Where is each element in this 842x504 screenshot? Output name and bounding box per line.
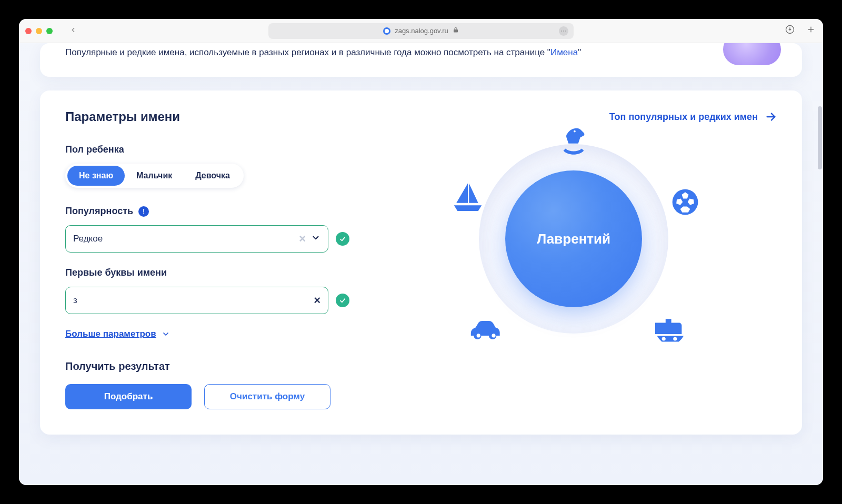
form-card: Параметры имени Топ популярных и редких …	[40, 90, 802, 435]
soccer-ball-icon	[669, 186, 701, 218]
form-title: Параметры имени	[65, 109, 180, 124]
banner-names-link[interactable]: Имена	[550, 47, 578, 57]
clear-form-button[interactable]: Очистить форму	[204, 384, 330, 409]
page-content: Популярные и редкие имена, используемые …	[19, 43, 823, 485]
zoom-window-button[interactable]	[46, 28, 53, 34]
back-button[interactable]	[69, 25, 77, 36]
info-icon[interactable]: !	[138, 206, 149, 217]
gender-label: Пол ребенка	[65, 144, 349, 155]
address-bar[interactable]: zags.nalog.gov.ru ⋯	[268, 23, 574, 39]
first-letters-label: Первые буквы имени	[65, 267, 349, 278]
gender-option-unknown[interactable]: Не знаю	[67, 166, 125, 186]
rocking-horse-icon	[557, 124, 590, 157]
popularity-label: Популярность !	[65, 206, 349, 217]
popularity-select[interactable]: Редкое ×	[65, 225, 328, 253]
gender-option-boy[interactable]: Мальчик	[125, 166, 184, 186]
site-settings-button[interactable]: ⋯	[559, 26, 568, 36]
lock-icon	[453, 27, 459, 35]
popularity-clear-button[interactable]: ×	[299, 232, 306, 246]
suggested-name: Лаврентий	[537, 231, 610, 247]
close-window-button[interactable]	[25, 28, 32, 34]
address-url: zags.nalog.gov.ru	[395, 27, 448, 35]
gender-option-girl[interactable]: Девочка	[184, 166, 242, 186]
submit-button[interactable]: Подобрать	[65, 384, 192, 409]
top-names-link[interactable]: Топ популярных и редких имен	[609, 111, 777, 123]
favicon-icon	[383, 27, 390, 35]
check-icon	[336, 232, 349, 246]
banner-illustration	[723, 43, 781, 65]
banner-card: Популярные и редкие имена, используемые …	[40, 43, 802, 77]
first-letters-input[interactable]	[73, 295, 308, 306]
name-wheel: Лаврентий	[453, 134, 695, 344]
minimize-window-button[interactable]	[36, 28, 42, 34]
banner-text: Популярные и редкие имена, используемые …	[65, 47, 777, 58]
window-controls	[25, 28, 53, 34]
more-params-toggle[interactable]: Больше параметров	[65, 329, 349, 339]
downloads-button[interactable]	[785, 25, 795, 37]
vertical-scrollbar[interactable]	[818, 106, 822, 169]
chevron-down-icon[interactable]	[311, 233, 320, 245]
gender-segmented: Не знаю Мальчик Девочка	[65, 164, 244, 188]
browser-toolbar: zags.nalog.gov.ru ⋯	[19, 19, 823, 43]
chevron-down-icon	[162, 330, 170, 338]
first-letters-clear-button[interactable]: ×	[314, 294, 320, 307]
result-section-title: Получить результат	[65, 360, 349, 372]
first-letters-field: ×	[65, 287, 328, 314]
sailboat-icon	[449, 180, 486, 217]
top-names-link-label: Топ популярных и редких имен	[609, 112, 758, 123]
arrow-right-icon	[765, 111, 777, 123]
car-icon	[465, 316, 503, 345]
popularity-value: Редкое	[73, 234, 294, 244]
more-params-label: Больше параметров	[65, 329, 156, 339]
check-icon	[336, 294, 349, 307]
wheel-center: Лаврентий	[505, 170, 642, 307]
new-tab-button[interactable]	[806, 25, 816, 37]
train-icon	[650, 314, 688, 345]
